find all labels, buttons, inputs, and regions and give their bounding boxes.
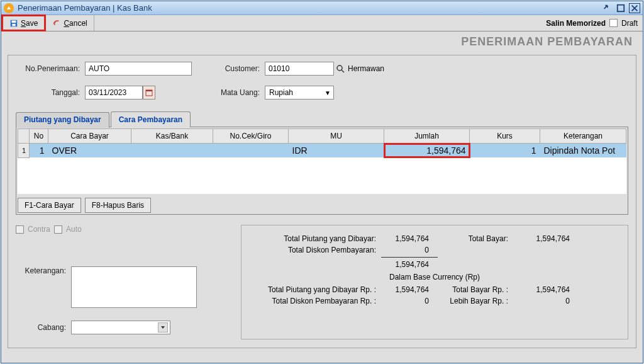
main-window: Penerimaan Pembayaran | Kas Bank SSaveav…	[1, 1, 643, 363]
maximize-icon[interactable]	[615, 3, 626, 13]
lebih-rp-value: 0	[513, 297, 570, 305]
col-no-cek: No.Cek/Giro	[213, 129, 289, 144]
tanggal-label: Tanggal:	[16, 88, 85, 97]
tanggal-input[interactable]	[85, 86, 143, 100]
chevron-down-icon: ▼	[325, 89, 331, 96]
undo-icon	[52, 19, 61, 28]
svg-point-6	[337, 65, 342, 71]
toolbar: SSaveave CCancelancel Salin Memorized Dr…	[1, 15, 643, 31]
piutang-rp-label: Total Piutang yang Dibayar Rp. :	[249, 285, 381, 294]
cell-mu[interactable]: IDR	[289, 144, 384, 158]
tab-cara-pembayaran[interactable]: Cara Pembayaran	[111, 111, 191, 127]
col-keterangan: Keterangan	[540, 129, 626, 144]
base-currency-label: Dalam Base Currency (Rp)	[249, 273, 620, 282]
svg-rect-2	[12, 20, 16, 23]
total-bayar-label: Total Bayar:	[438, 234, 513, 243]
total-bayar-value: 1,594,764	[513, 234, 570, 243]
bayar-rp-value: 1,594,764	[513, 285, 570, 294]
mata-uang-value: Rupiah	[269, 88, 293, 97]
detach-icon[interactable]	[601, 3, 613, 13]
keterangan-textarea[interactable]	[71, 266, 197, 308]
salin-memorized-label[interactable]: Salin Memorized	[546, 19, 606, 28]
total-diskon-value: 0	[381, 246, 438, 254]
lebih-rp-label: Lebih Bayar Rp. :	[438, 297, 513, 305]
no-penerimaan-label: No.Penerimaan:	[16, 64, 85, 73]
cell-kas-bank[interactable]	[131, 144, 213, 158]
search-icon[interactable]	[334, 62, 347, 76]
piutang-rp-value: 1,594,764	[381, 285, 438, 294]
diskon-rp-label: Total Diskon Pembayaran Rp. :	[249, 297, 381, 305]
page-title: PENERIMAAN PEMBAYARAN	[8, 35, 636, 48]
bayar-rp-label: Total Bayar Rp. :	[438, 285, 513, 294]
mata-uang-select[interactable]: Rupiah ▼	[265, 86, 334, 100]
subtotal-value: 1,594,764	[381, 260, 438, 269]
draft-checkbox[interactable]	[609, 19, 618, 27]
cell-kurs[interactable]: 1	[470, 144, 540, 158]
f1-cara-bayar-button[interactable]: F1-Cara Bayar	[18, 198, 81, 213]
calendar-icon[interactable]	[143, 86, 155, 100]
contra-checkbox	[16, 225, 24, 234]
keterangan-label: Keterangan:	[16, 266, 71, 275]
cell-cara-bayar[interactable]: OVER	[48, 144, 131, 158]
no-penerimaan-input[interactable]	[85, 62, 192, 76]
mata-uang-label: Mata Uang:	[214, 88, 265, 97]
auto-checkbox	[54, 225, 62, 234]
save-icon	[9, 19, 18, 28]
cancel-button[interactable]: CCancelancel	[46, 15, 94, 31]
cabang-label: Cabang:	[16, 323, 71, 332]
total-piutang-label: Total Piutang yang Dibayar:	[249, 234, 381, 243]
col-cara-bayar: Cara Bayar	[48, 129, 131, 144]
chevron-down-icon	[158, 322, 168, 333]
cell-keterangan[interactable]: Dipindah Nota Pot	[540, 144, 626, 158]
total-diskon-label: Total Diskon Pembayaran:	[249, 246, 381, 254]
main-panel: No.Penerimaan: Tanggal:	[8, 55, 636, 348]
diskon-rp-value: 0	[381, 297, 438, 305]
draft-label: Draft	[621, 19, 638, 28]
f8-hapus-baris-button[interactable]: F8-Hapus Baris	[85, 198, 151, 213]
cell-jumlah[interactable]: 1,594,764	[384, 144, 470, 158]
customer-input[interactable]	[265, 62, 334, 76]
col-jumlah: Jumlah	[384, 129, 470, 144]
save-button[interactable]: SSaveave	[1, 14, 46, 31]
svg-rect-0	[618, 4, 625, 11]
close-icon[interactable]	[629, 3, 640, 13]
svg-rect-5	[146, 90, 152, 91]
app-icon	[4, 3, 14, 13]
title-bar: Penerimaan Pembayaran | Kas Bank	[1, 1, 643, 15]
window-title: Penerimaan Pembayaran | Kas Bank	[18, 3, 152, 13]
col-mu: MU	[289, 129, 384, 144]
cell-rowhead: 1	[18, 144, 30, 158]
auto-label: Auto	[66, 225, 82, 234]
svg-rect-3	[12, 23, 15, 26]
col-kurs: Kurs	[470, 129, 540, 144]
contra-label: Contra	[28, 225, 50, 234]
col-kas-bank: Kas/Bank	[131, 129, 213, 144]
col-no: No	[30, 129, 48, 144]
customer-name: Hermawan	[348, 64, 384, 73]
totals-panel: Total Piutang yang Dibayar: 1,594,764 To…	[241, 225, 628, 339]
customer-label: Customer:	[214, 64, 265, 73]
cell-no: 1	[30, 144, 48, 158]
cabang-select[interactable]	[71, 321, 170, 334]
cell-no-cek[interactable]	[213, 144, 289, 158]
table-row[interactable]: 1 1 OVER IDR 1,594,764 1 Dipindah Nota P…	[18, 144, 626, 158]
total-piutang-value: 1,594,764	[381, 234, 438, 243]
col-rowhead	[18, 129, 30, 144]
tab-piutang[interactable]: Piutang yang Dibayar	[16, 112, 109, 128]
payment-grid: No Cara Bayar Kas/Bank No.Cek/Giro MU Ju…	[18, 128, 626, 158]
